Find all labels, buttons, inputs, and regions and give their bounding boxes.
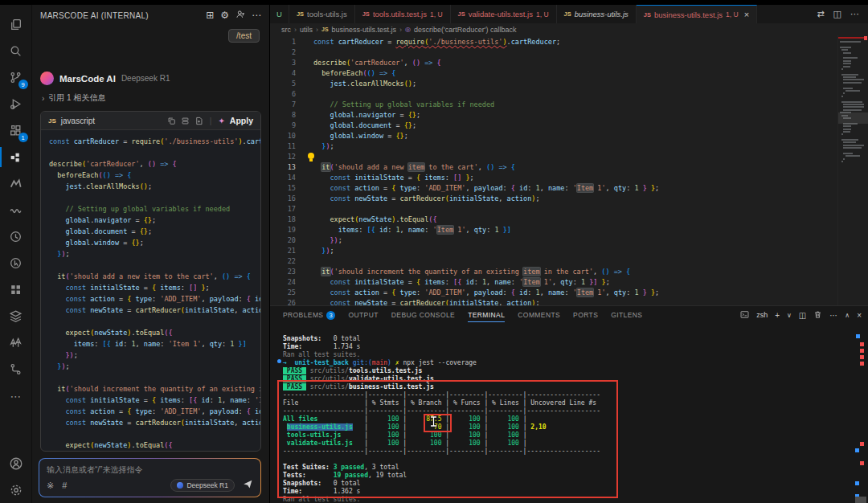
- grid-icon[interactable]: [0, 276, 32, 303]
- git-branch-icon[interactable]: [0, 356, 32, 382]
- m-logo-icon[interactable]: [0, 170, 32, 197]
- editor-tab-validate-utils.test.js[interactable]: JSvalidate-utils.test.js1, U: [451, 5, 557, 23]
- minimap-error-mark: [838, 37, 864, 39]
- minimap[interactable]: [837, 35, 868, 305]
- forest-icon[interactable]: [0, 329, 32, 356]
- code-block-language: javascript: [61, 117, 162, 125]
- editor-tab-business-utils.test.js[interactable]: JSbusiness-utils.test.js1, U×: [637, 5, 757, 23]
- skills-icon[interactable]: ※: [47, 481, 54, 491]
- sidebar-settings-icon[interactable]: ⚙: [220, 10, 229, 20]
- history-circle-icon[interactable]: [0, 223, 32, 250]
- split-editor-icon[interactable]: ◫: [833, 9, 841, 19]
- lightbulb-icon[interactable]: [308, 153, 314, 159]
- editor-tab-U[interactable]: U: [270, 5, 289, 23]
- wave-icon[interactable]: [0, 197, 32, 223]
- code-block-header: JS javascript | ✦ Apply: [41, 112, 260, 130]
- close-tab-icon[interactable]: ×: [744, 10, 749, 19]
- search-icon[interactable]: [0, 38, 32, 64]
- split-terminal-icon[interactable]: ◫: [799, 311, 806, 320]
- terminal-dropdown-icon[interactable]: ∨: [787, 312, 792, 319]
- panel-tab-problems[interactable]: PROBLEMS3: [276, 306, 342, 324]
- code-editor[interactable]: 1234567891011121314151617181920212223242…: [270, 35, 868, 305]
- assistant-model-label: Deepseek R1: [121, 74, 170, 83]
- close-panel-icon[interactable]: ×: [857, 311, 862, 320]
- editor-tab-business-utils.js[interactable]: JSbusiness-utils.js: [557, 5, 637, 23]
- editor-group: UJStools-utils.jsJStools.utils.test.js1,…: [270, 5, 868, 503]
- model-selector-pill[interactable]: Deepseek R1: [170, 479, 235, 492]
- chat-input-placeholder: 输入消息或者“/”来选择指令: [47, 464, 253, 476]
- context-hash-icon[interactable]: #: [62, 481, 67, 490]
- terminal-scroll-mark: [860, 349, 864, 353]
- panel-tab-debug-console[interactable]: DEBUG CONSOLE: [385, 306, 461, 324]
- explorer-icon[interactable]: [0, 11, 32, 38]
- deepseek-logo-icon: [177, 482, 183, 489]
- pointer-circle-icon[interactable]: [0, 250, 32, 276]
- command-decoration-dot[interactable]: [277, 359, 281, 363]
- editor-tab-tools-utils.js[interactable]: JStools-utils.js: [289, 5, 355, 23]
- insert-code-icon[interactable]: [181, 117, 190, 125]
- slash-test-chip[interactable]: /test: [228, 29, 260, 43]
- copy-code-icon[interactable]: [167, 117, 176, 125]
- bottom-panel: PROBLEMS3OUTPUTDEBUG CONSOLETERMINALCOMM…: [270, 305, 868, 503]
- panel-tab-output[interactable]: OUTPUT: [342, 306, 384, 324]
- new-chat-icon[interactable]: ⊞: [206, 10, 214, 20]
- line-number: 17: [270, 204, 296, 215]
- js-file-icon: JS: [564, 10, 571, 18]
- divider: |: [210, 117, 212, 125]
- terminal-actions: zsh + ∨ ◫ ⋯ ∧ ×: [740, 310, 862, 321]
- terminal-scroll-mark: [860, 442, 864, 446]
- new-file-icon[interactable]: [194, 117, 203, 125]
- editor-tab-tools.utils.test.js[interactable]: JStools.utils.test.js1, U: [355, 5, 451, 23]
- editor-more-actions-icon[interactable]: ⋯: [850, 9, 859, 19]
- send-message-icon[interactable]: [243, 478, 253, 493]
- line-number: 21: [270, 246, 296, 256]
- chat-input-border: 输入消息或者“/”来选择指令 ※ # Deepseek R1: [39, 458, 261, 497]
- settings-gear-icon[interactable]: [0, 476, 32, 503]
- layers-icon[interactable]: [0, 303, 32, 329]
- editor-code: const cartReducer = require('./business-…: [305, 35, 868, 305]
- sidebar-title: MARSCODE AI (INTERNAL): [40, 11, 199, 20]
- more-extensions-icon[interactable]: ⋯: [0, 382, 32, 409]
- line-number: 2: [270, 47, 296, 58]
- chat-area: /test MarsCode AI Deepseek R1 › 引用 1 相关信…: [32, 26, 269, 452]
- panel-tab-gitlens[interactable]: GITLENS: [604, 306, 649, 324]
- open-changes-icon[interactable]: ⇄: [817, 9, 824, 19]
- sidebar-more-icon[interactable]: ⋯: [252, 10, 261, 20]
- marscode-ai-sidebar: MARSCODE AI (INTERNAL) ⊞ ⚙ ⋯ /test MarsC…: [32, 5, 270, 503]
- kill-terminal-icon[interactable]: [813, 310, 822, 321]
- reference-collapse-row[interactable]: › 引用 1 相关信息: [42, 92, 261, 104]
- js-file-icon: JS: [297, 10, 304, 18]
- terminal-scroll-mark: [860, 461, 864, 465]
- marscode-avatar: [40, 72, 54, 85]
- problems-badge: 3: [326, 311, 335, 320]
- maximize-panel-icon[interactable]: ∧: [845, 312, 850, 319]
- panel-more-icon[interactable]: ⋯: [829, 311, 837, 320]
- overview-ruler-error-mark: [864, 36, 867, 40]
- breadcrumb-item[interactable]: business-utils.test.js: [332, 26, 397, 34]
- panel-tab-comments[interactable]: COMMENTS: [511, 306, 567, 324]
- feedback-person-icon[interactable]: [235, 10, 245, 21]
- source-control-icon[interactable]: 9: [0, 64, 32, 91]
- line-number: 16: [270, 194, 296, 204]
- breadcrumb-item[interactable]: src: [281, 26, 291, 34]
- terminal-scrollbar-thumb[interactable]: [855, 497, 866, 503]
- breadcrumb-item[interactable]: utils: [300, 26, 313, 34]
- terminal-output[interactable]: Snapshots: 0 totalTime: 1.734 sRan all t…: [270, 324, 868, 503]
- account-icon[interactable]: [0, 450, 32, 476]
- minimap-slider[interactable]: [838, 112, 868, 124]
- marscode-ai-icon[interactable]: [0, 144, 32, 170]
- chat-input[interactable]: 输入消息或者“/”来选择指令 ※ # Deepseek R1: [39, 459, 260, 497]
- new-terminal-icon[interactable]: +: [775, 311, 780, 320]
- assistant-message-header: MarsCode AI Deepseek R1: [40, 72, 261, 85]
- line-number: 5: [270, 79, 296, 89]
- line-number: 3: [270, 58, 296, 68]
- sidebar-header: MARSCODE AI (INTERNAL) ⊞ ⚙ ⋯: [32, 5, 269, 26]
- breadcrumb-item[interactable]: describe('cartReducer') callback: [414, 26, 517, 34]
- panel-tab-ports[interactable]: PORTS: [567, 306, 604, 324]
- extensions-icon[interactable]: 1: [0, 117, 32, 144]
- terminal-scroll-mark: [860, 362, 864, 366]
- apply-button[interactable]: Apply: [230, 116, 253, 125]
- line-number: 9: [270, 121, 296, 131]
- panel-tab-terminal[interactable]: TERMINAL: [461, 306, 511, 324]
- run-debug-icon[interactable]: [0, 91, 32, 117]
